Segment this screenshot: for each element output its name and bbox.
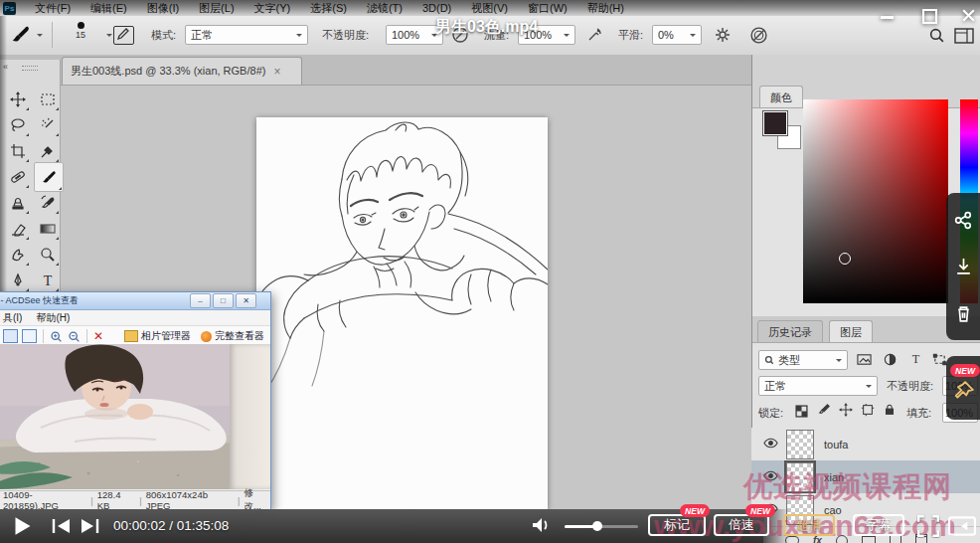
tool-pen[interactable] [6, 269, 30, 292]
speed-button[interactable]: 倍速 [714, 514, 769, 536]
menu-view[interactable]: 视图(V) [461, 1, 518, 16]
foreground-color-swatch[interactable] [763, 111, 787, 135]
blend-mode-select[interactable]: 正常 [185, 25, 308, 45]
delete-icon[interactable]: ✕ [93, 329, 103, 343]
menu-select[interactable]: 选择(S) [300, 1, 357, 16]
filter-adjustment-icon[interactable] [883, 352, 898, 371]
menu-window[interactable]: 窗口(W) [518, 1, 577, 16]
layer-fx-icon[interactable]: fx [813, 535, 822, 543]
lock-position-icon[interactable] [839, 403, 853, 421]
filter-pixel-layers-icon[interactable] [857, 352, 872, 371]
document-tab[interactable]: 男生003线.psd @ 33.3% (xian, RGB/8#) × [62, 57, 302, 85]
menu-layer[interactable]: 图层(L) [189, 1, 244, 16]
menu-3d[interactable]: 3D(D) [412, 2, 461, 14]
layer-thumbnail[interactable] [786, 430, 814, 459]
tool-smudge[interactable] [6, 243, 30, 267]
acdsee-window[interactable]: 59).JPG - ACDSee 快速查看 – □ ✕ 具(I) 帮助(H) ✕… [0, 291, 271, 510]
brush-panel-toggle[interactable] [113, 26, 134, 45]
menu-file[interactable]: 文件(F) [25, 1, 81, 16]
color-saturation-field[interactable] [803, 99, 948, 303]
layer-row-toufa[interactable]: toufa [751, 428, 980, 461]
tool-clone-stamp[interactable] [6, 191, 30, 215]
workspace-icon[interactable] [954, 28, 974, 44]
eye-icon[interactable] [763, 470, 778, 483]
tool-gradient[interactable] [36, 217, 60, 241]
full-viewer-button[interactable]: 完整查看器 [215, 329, 264, 343]
filter-shape-icon[interactable] [932, 352, 947, 371]
zoom-in-icon[interactable] [50, 330, 63, 343]
tool-history-brush[interactable] [36, 191, 60, 215]
next-frame-button[interactable] [80, 518, 99, 534]
fullscreen-icon[interactable] [916, 514, 940, 538]
menu-filter[interactable]: 滤镜(T) [357, 1, 412, 16]
gear-icon[interactable] [714, 26, 732, 44]
tool-marquee[interactable] [36, 88, 60, 111]
menu-edit[interactable]: 编辑(E) [81, 1, 137, 16]
adjustment-layer-icon[interactable] [836, 535, 848, 543]
layer-thumbnail[interactable] [786, 462, 814, 492]
menu-image[interactable]: 图像(I) [137, 1, 189, 16]
tool-crop[interactable] [6, 139, 30, 163]
acdsee-menu-tools[interactable]: 具(I) [0, 311, 22, 325]
lock-image-icon[interactable] [817, 403, 831, 421]
tool-lasso[interactable] [6, 113, 30, 137]
acdsee-minimize-button[interactable]: – [190, 293, 211, 308]
lock-all-icon[interactable] [883, 403, 897, 421]
smoothing-select[interactable]: 0% [652, 25, 702, 45]
tool-preset-picker[interactable] [10, 24, 43, 46]
subtitle-button[interactable]: 字幕 [853, 514, 904, 536]
layer-filter-select[interactable]: 类型 [758, 350, 848, 370]
tab-layers[interactable]: 图层 [829, 320, 873, 343]
volume-icon[interactable] [531, 516, 551, 534]
document-canvas[interactable] [256, 117, 548, 509]
tool-brush-selected[interactable] [34, 162, 64, 192]
acdsee-menu-help[interactable]: 帮助(H) [22, 311, 70, 325]
layer-row-xian-selected[interactable]: xian [751, 460, 980, 494]
acdsee-maximize-button[interactable]: □ [213, 293, 234, 308]
tool-eyedropper[interactable] [36, 139, 60, 163]
chevron-down-icon[interactable] [106, 34, 112, 40]
tab-close-icon[interactable]: × [273, 65, 280, 79]
tab-color[interactable]: 颜色 [759, 86, 803, 108]
tab-history[interactable]: 历史记录 [757, 320, 823, 343]
layer-group-icon[interactable] [862, 536, 876, 543]
view-mode2-icon[interactable] [22, 329, 37, 343]
zoom-out-icon[interactable] [68, 330, 81, 343]
color-picker-cursor[interactable] [839, 253, 851, 265]
new-layer-icon[interactable] [890, 535, 901, 543]
brush-size-picker[interactable]: 15 [64, 20, 97, 40]
panel-grip[interactable] [22, 66, 38, 71]
layer-blend-mode-select[interactable]: 正常 [758, 376, 878, 396]
acdsee-close-button[interactable]: ✕ [236, 293, 256, 308]
prev-frame-button[interactable] [52, 518, 72, 534]
search-icon[interactable] [928, 27, 945, 44]
menu-type[interactable]: 文字(Y) [245, 1, 301, 16]
tool-magic-wand[interactable] [36, 113, 60, 137]
window-minimize-button[interactable] [881, 16, 894, 19]
download-icon[interactable] [954, 257, 973, 275]
paint-symmetry-icon[interactable] [749, 26, 768, 45]
pin-icon[interactable] [953, 380, 975, 402]
share-icon[interactable] [954, 211, 973, 230]
mark-button[interactable]: 标记 [648, 514, 706, 536]
tool-eraser[interactable] [6, 217, 30, 241]
menu-help[interactable]: 帮助(H) [577, 1, 634, 16]
filter-type-icon[interactable]: T [908, 351, 923, 370]
acdsee-titlebar[interactable]: 59).JPG - ACDSee 快速查看 – □ ✕ [0, 292, 270, 310]
window-close-button[interactable] [960, 7, 977, 24]
lock-artboard-icon[interactable] [861, 403, 875, 421]
tool-type[interactable]: T [36, 269, 60, 292]
trash-icon[interactable] [954, 304, 973, 323]
airbrush-icon[interactable] [586, 26, 604, 44]
hd-quality-button[interactable]: 超清 [783, 514, 835, 536]
lock-transparency-icon[interactable] [795, 404, 808, 422]
photo-manager-button[interactable]: 相片管理器 [141, 329, 191, 343]
miniplayer-icon[interactable] [948, 515, 976, 537]
volume-handle[interactable] [592, 521, 602, 531]
eye-icon[interactable] [763, 438, 778, 451]
play-button[interactable] [14, 516, 32, 536]
view-mode-icon[interactable] [3, 329, 18, 343]
tool-spot-heal[interactable] [6, 165, 30, 189]
tool-dodge[interactable] [36, 243, 60, 267]
tool-move[interactable] [6, 88, 30, 111]
